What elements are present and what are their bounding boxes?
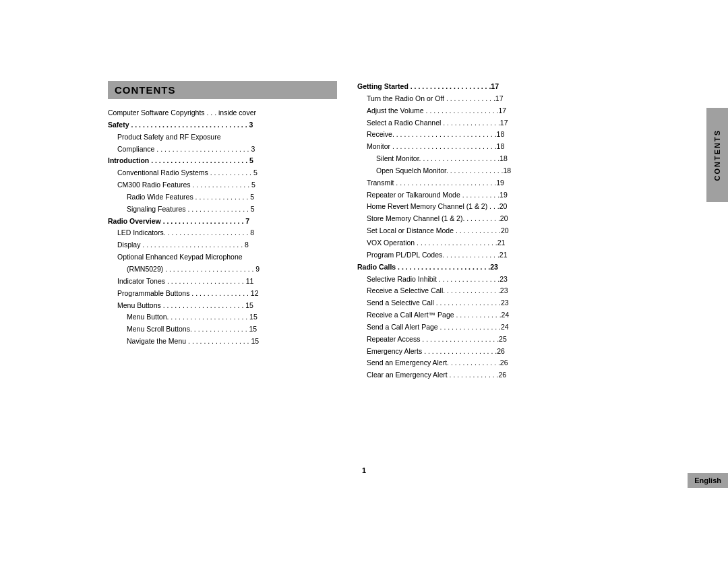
toc-entry: VOX Operation . . . . . . . . . . . . . … <box>357 237 600 249</box>
toc-entry: Repeater Access . . . . . . . . . . . . … <box>357 334 600 346</box>
toc-entry: Compliance . . . . . . . . . . . . . . .… <box>108 144 337 156</box>
toc-entry: Receive a Selective Call. . . . . . . . … <box>357 285 600 297</box>
contents-header: CONTENTS <box>108 81 337 99</box>
toc-entry: Emergency Alerts . . . . . . . . . . . .… <box>357 346 600 358</box>
main-content: CONTENTS Computer Software Copyrights . … <box>108 81 620 381</box>
english-badge: English <box>688 473 728 488</box>
toc-entry: Program PL/DPL Codes. . . . . . . . . . … <box>357 249 600 261</box>
toc-entry: Receive. . . . . . . . . . . . . . . . .… <box>357 129 600 141</box>
toc-entry: Menu Button. . . . . . . . . . . . . . .… <box>108 311 337 323</box>
left-column: CONTENTS Computer Software Copyrights . … <box>108 81 337 381</box>
toc-entry: Clear an Emergency Alert . . . . . . . .… <box>357 369 600 381</box>
toc-entry: Monitor . . . . . . . . . . . . . . . . … <box>357 141 600 153</box>
toc-entry: Turn the Radio On or Off . . . . . . . .… <box>357 93 600 105</box>
toc-entry: Send a Call Alert Page . . . . . . . . .… <box>357 321 600 334</box>
toc-entry: Selective Radio Inhibit . . . . . . . . … <box>357 274 600 286</box>
toc-entry: Radio Calls . . . . . . . . . . . . . . … <box>357 261 600 274</box>
toc-entry: Select a Radio Channel . . . . . . . . .… <box>357 117 600 129</box>
toc-entry: Menu Buttons . . . . . . . . . . . . . .… <box>108 300 337 312</box>
contents-title: CONTENTS <box>115 84 176 96</box>
page-number: 1 <box>362 466 366 474</box>
left-toc: Computer Software Copyrights . . . insid… <box>108 107 337 348</box>
page-container: CONTENTS Computer Software Copyrights . … <box>0 0 728 562</box>
toc-entry: Menu Scroll Buttons. . . . . . . . . . .… <box>108 323 337 336</box>
toc-entry: Navigate the Menu . . . . . . . . . . . … <box>108 336 337 348</box>
toc-entry: Programmable Buttons . . . . . . . . . .… <box>108 288 337 300</box>
toc-entry: Product Safety and RF Exposure <box>108 131 337 144</box>
toc-entry: Set Local or Distance Mode . . . . . . .… <box>357 225 600 237</box>
right-toc: Getting Started . . . . . . . . . . . . … <box>357 81 600 381</box>
toc-entry: Open Squelch Monitor. . . . . . . . . . … <box>357 165 600 177</box>
toc-entry: Getting Started . . . . . . . . . . . . … <box>357 81 600 93</box>
toc-entry: CM300 Radio Features . . . . . . . . . .… <box>108 179 337 191</box>
toc-entry: Introduction . . . . . . . . . . . . . .… <box>108 155 337 167</box>
right-column: Getting Started . . . . . . . . . . . . … <box>357 81 600 381</box>
toc-entry: Display . . . . . . . . . . . . . . . . … <box>108 239 337 251</box>
toc-entry: Radio Wide Features . . . . . . . . . . … <box>108 191 337 204</box>
toc-entry: Store Memory Channel (1 & 2). . . . . . … <box>357 213 600 225</box>
toc-entry: Send an Emergency Alert. . . . . . . . .… <box>357 357 600 369</box>
toc-entry: LED Indicators. . . . . . . . . . . . . … <box>108 227 337 239</box>
toc-entry: Conventional Radio Systems . . . . . . .… <box>108 167 337 179</box>
toc-entry: Adjust the Volume . . . . . . . . . . . … <box>357 105 600 117</box>
toc-entry: Send a Selective Call . . . . . . . . . … <box>357 297 600 309</box>
toc-entry: Transmit . . . . . . . . . . . . . . . .… <box>357 177 600 189</box>
toc-entry: Silent Monitor. . . . . . . . . . . . . … <box>357 153 600 165</box>
toc-entry: Signaling Features . . . . . . . . . . .… <box>108 204 337 216</box>
side-tab-label: CONTENTS <box>713 129 721 181</box>
side-tab-contents: CONTENTS <box>706 108 728 202</box>
toc-entry: Computer Software Copyrights . . . insid… <box>108 107 337 119</box>
toc-entry: Optional Enhanced Keypad Microphone <box>108 251 337 263</box>
toc-entry: Radio Overview . . . . . . . . . . . . .… <box>108 216 337 228</box>
toc-entry: Indicator Tones . . . . . . . . . . . . … <box>108 276 337 288</box>
toc-entry: Repeater or Talkaround Mode . . . . . . … <box>357 189 600 201</box>
toc-entry: (RMN5029) . . . . . . . . . . . . . . . … <box>108 263 337 276</box>
toc-entry: Home Revert Memory Channel (1 & 2) . . .… <box>357 201 600 213</box>
toc-entry: Receive a Call Alert™ Page . . . . . . .… <box>357 309 600 321</box>
toc-entry: Safety . . . . . . . . . . . . . . . . .… <box>108 119 337 131</box>
